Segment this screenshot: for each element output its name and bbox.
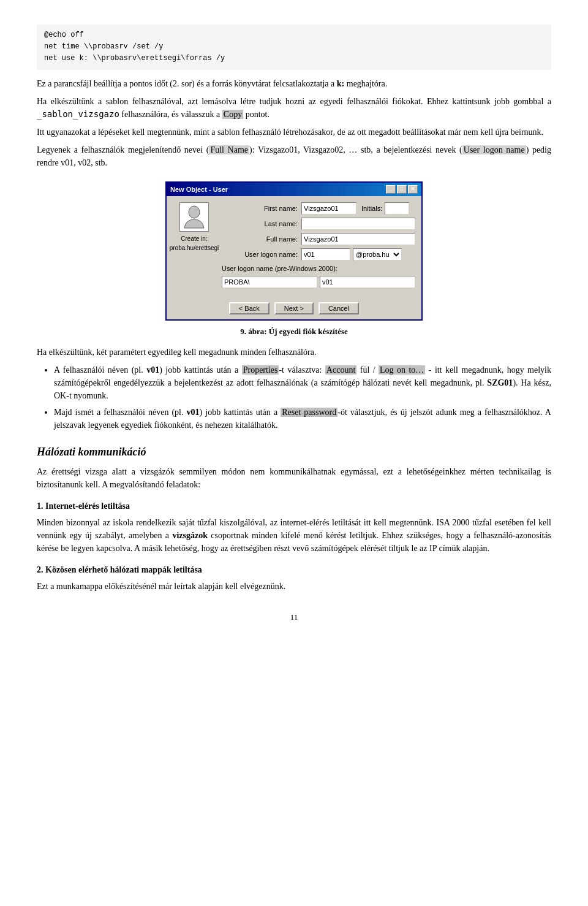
- b1-highlight1: Properties: [242, 365, 279, 375]
- next-button[interactable]: Next >: [274, 302, 314, 314]
- shares-text: Ezt a munkamappa előkészítésénél már leí…: [37, 580, 551, 593]
- b1-mid: ) jobb kattintás után a: [159, 365, 241, 375]
- user-icon: [179, 202, 209, 232]
- lastname-row: Last name:: [222, 218, 415, 230]
- p2-rest2: pontot.: [243, 110, 270, 119]
- code-line-1: @echo off: [44, 31, 84, 39]
- logonname-row: User logon name: @proba.hu: [222, 248, 415, 261]
- internet-bold1: vizsgázok: [172, 531, 208, 540]
- create-in-value: proba.hu/erettsegi: [170, 245, 219, 251]
- pre2000-prefix-input[interactable]: [222, 276, 317, 288]
- logonname-label: User logon name:: [222, 249, 301, 260]
- paragraph-2: Ha elkészültünk a sablon felhasználóval,…: [37, 95, 551, 121]
- p4-logon-highlight: User logon name: [462, 145, 526, 154]
- p2-rest: felhasználóra, és válasszuk a: [119, 110, 222, 119]
- new-object-user-dialog: New Object - User _ □ ✕ Create in:: [165, 181, 423, 321]
- p2-copy-highlight: Copy: [222, 110, 243, 119]
- page-number: 11: [37, 611, 551, 623]
- internet-number: 1.: [37, 501, 43, 511]
- minimize-button[interactable]: _: [386, 185, 396, 194]
- domain-select[interactable]: @proba.hu: [353, 248, 402, 261]
- lastname-label: Last name:: [222, 219, 301, 229]
- paragraph-3: Itt ugyanazokat a lépéseket kell megtenn…: [37, 126, 551, 139]
- lastname-input[interactable]: [301, 218, 415, 230]
- titlebar-buttons: _ □ ✕: [386, 185, 418, 194]
- firstname-input[interactable]: [301, 202, 356, 215]
- p1-text: Ez a parancsfájl beállítja a pontos időt…: [37, 79, 337, 88]
- network-heading: Hálózati kommunikáció: [37, 444, 551, 460]
- bullet-2: Majd ismét a felhasználói néven (pl. v01…: [54, 406, 551, 432]
- b2-bold1: v01: [187, 408, 200, 417]
- dialog-body: Create in: proba.hu/erettsegi First name…: [167, 196, 421, 297]
- p4-fullname-highlight: Full Name: [209, 145, 249, 154]
- b1-highlight2: Account: [325, 365, 356, 375]
- internet-heading: 1. Internet-elérés letiltása: [37, 500, 551, 512]
- b1-bold2: SZG01: [487, 378, 513, 387]
- b1-mid3: fül /: [356, 365, 379, 375]
- user-svg: [183, 205, 205, 229]
- b2-highlight1: Reset password: [281, 408, 337, 417]
- caption-number: 9.: [240, 327, 246, 336]
- code-line-2: net time \\probasrv /set /y: [44, 42, 163, 51]
- dialog-titlebar: New Object - User _ □ ✕: [167, 183, 421, 197]
- dialog-wrapper: New Object - User _ □ ✕ Create in:: [37, 181, 551, 321]
- p4-mid: ): Vizsgazo01, Vizsgazo02, … stb, a beje…: [249, 145, 462, 154]
- after-dialog-intro-text: Ha elkészültünk, két paramétert egyedile…: [37, 348, 316, 357]
- b1-mid2: -t választva:: [279, 365, 325, 375]
- pre2000-name-input[interactable]: [320, 276, 415, 288]
- fullname-row: Full name:: [222, 233, 415, 245]
- shares-heading: 2. Közösen elérhető hálózati mappák leti…: [37, 563, 551, 576]
- p2-code: _sablon_vizsgazo: [37, 109, 119, 119]
- after-dialog-list: A felhasználói néven (pl. v01) jobb katt…: [54, 364, 551, 432]
- b1-bold1: v01: [146, 365, 159, 375]
- pre2000-section: User logon name (pre-Windows 2000):: [222, 264, 415, 288]
- close-button[interactable]: ✕: [408, 185, 418, 194]
- bullet-1: A felhasználói néven (pl. v01) jobb katt…: [54, 364, 551, 402]
- back-button[interactable]: < Back: [229, 302, 270, 314]
- initials-input[interactable]: [385, 202, 409, 215]
- pre2000-field-group: [222, 276, 415, 288]
- fullname-label: Full name:: [222, 234, 301, 245]
- dialog-footer: < Back Next > Cancel: [167, 297, 421, 319]
- shares-number: 2.: [37, 565, 43, 574]
- logonname-input[interactable]: [301, 248, 350, 261]
- firstname-label: First name:: [222, 204, 301, 214]
- p3-text: Itt ugyanazokat a lépéseket kell megtenn…: [37, 128, 543, 137]
- code-line-3: net use k: \\probasrv\erettsegi\forras /…: [44, 54, 225, 63]
- p1-bold: k:: [337, 79, 344, 88]
- initials-label: Initials:: [359, 204, 382, 214]
- section-after-dialog-intro: Ha elkészültünk, két paramétert egyedile…: [37, 346, 551, 359]
- logonname-field-group: @proba.hu: [301, 248, 402, 261]
- internet-text: Minden bizonnyal az iskola rendelkezik s…: [37, 516, 551, 555]
- internet-heading-text: Internet-elérés letiltása: [45, 501, 130, 511]
- b1-start: A felhasználói néven (pl.: [54, 365, 146, 375]
- maximize-button[interactable]: □: [397, 185, 407, 194]
- firstname-field-group: Initials:: [301, 202, 409, 215]
- create-in-text: Create in:: [181, 235, 207, 242]
- dialog-title: New Object - User: [170, 185, 228, 195]
- p2-text: Ha elkészültünk a sablon felhasználóval,…: [37, 97, 551, 106]
- p4-start: Legyenek a felhasználók megjelenítendő n…: [37, 145, 209, 154]
- network-intro: Az érettségi vizsga alatt a vizsgázók se…: [37, 465, 551, 491]
- cancel-button[interactable]: Cancel: [318, 302, 359, 314]
- b2-mid: ) jobb kattintás után a: [200, 408, 281, 417]
- create-in-label: Create in: proba.hu/erettsegi: [170, 234, 219, 253]
- p1-rest: meghajtóra.: [344, 79, 387, 88]
- b2-start: Majd ismét a felhasználói néven (pl.: [54, 408, 187, 417]
- figure-caption: 9. ábra: Új egyedi fiók készítése: [37, 325, 551, 338]
- b1-highlight3: Log on to…: [379, 365, 425, 375]
- svg-point-0: [189, 206, 200, 218]
- pre2000-label: User logon name (pre-Windows 2000):: [222, 264, 415, 274]
- code-block: @echo off net time \\probasrv /set /y ne…: [37, 25, 551, 70]
- firstname-row: First name: Initials:: [222, 202, 415, 215]
- paragraph-4: Legyenek a felhasználók megjelenítendő n…: [37, 143, 551, 169]
- paragraph-1: Ez a parancsfájl beállítja a pontos időt…: [37, 77, 551, 90]
- fullname-input[interactable]: [301, 233, 415, 245]
- shares-heading-text: Közösen elérhető hálózati mappák letiltá…: [45, 565, 202, 574]
- dialog-right-panel: First name: Initials: Last name: Full na…: [222, 202, 415, 291]
- caption-text: ábra: Új egyedi fiók készítése: [248, 327, 347, 336]
- dialog-left-panel: Create in: proba.hu/erettsegi: [173, 202, 216, 291]
